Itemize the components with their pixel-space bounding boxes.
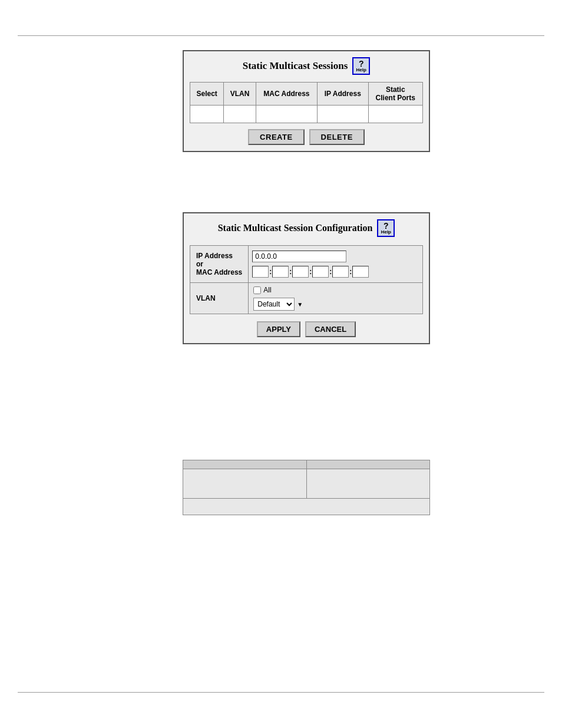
session-table-header-row: Select VLAN MAC Address IP Address Stati…	[190, 83, 423, 106]
panel1-title: Static Multicast Sessions	[243, 60, 348, 72]
ip-address-input[interactable]	[252, 251, 346, 262]
vlan-input-cell: All Default ▼	[249, 283, 423, 314]
panel1-static-multicast-sessions: Static Multicast Sessions ? Help Select …	[183, 50, 430, 152]
col-ip-address: IP Address	[318, 83, 369, 106]
mac-colon-3: :	[309, 268, 312, 276]
vlan-dropdown-arrow: ▼	[297, 301, 303, 308]
vlan-select-wrap: Default ▼	[253, 298, 418, 311]
ip-input-wrapper	[252, 251, 419, 262]
session-table-empty-row	[190, 106, 423, 123]
panel2-title: Static Multicast Session Configuration	[218, 223, 373, 233]
col-static-client-ports: StaticClient Ports	[368, 83, 422, 106]
table3-row1-b	[306, 469, 430, 499]
help-label: Help	[356, 68, 366, 73]
empty-mac-cell	[256, 106, 317, 123]
table3-col-b	[306, 460, 430, 469]
panel1-buttons: CREATE DELETE	[190, 129, 423, 145]
mac-colon-1: :	[269, 268, 272, 276]
mac-colon-2: :	[289, 268, 292, 276]
table3-row-1	[183, 469, 430, 499]
panel2-buttons: APPLY CANCEL	[190, 321, 423, 337]
mac-seg-3[interactable]	[292, 266, 309, 278]
delete-button[interactable]: DELETE	[309, 129, 365, 145]
cancel-button[interactable]: CANCEL	[305, 321, 356, 337]
top-rule	[18, 35, 544, 36]
empty-select-cell	[190, 106, 224, 123]
panel2-help-q-icon: ?	[384, 222, 389, 230]
empty-ip-cell	[318, 106, 369, 123]
ip-mac-label: IP AddressorMAC Address	[190, 246, 249, 283]
empty-ports-cell	[368, 106, 422, 123]
empty-vlan-cell	[224, 106, 256, 123]
mac-input-group: : : : : :	[252, 266, 419, 278]
table3	[183, 460, 430, 515]
panel2-header: Static Multicast Session Configuration ?…	[190, 219, 423, 237]
table3-wrapper	[183, 460, 430, 515]
bottom-rule	[18, 692, 544, 693]
vlan-select[interactable]: Default	[253, 298, 295, 311]
table3-row2-full	[183, 499, 430, 515]
mac-seg-1[interactable]	[252, 266, 269, 278]
panel2-session-configuration: Static Multicast Session Configuration ?…	[183, 212, 430, 344]
mac-colon-4: :	[329, 268, 332, 276]
mac-seg-2[interactable]	[272, 266, 289, 278]
mac-seg-6[interactable]	[352, 266, 369, 278]
panel2-help-button[interactable]: ? Help	[377, 219, 395, 237]
table3-col-a	[183, 460, 307, 469]
ip-mac-row: IP AddressorMAC Address : : :	[190, 246, 423, 283]
mac-seg-4[interactable]	[312, 266, 329, 278]
ip-mac-inputs: : : : : :	[249, 246, 423, 283]
panel2-help-label: Help	[381, 230, 391, 235]
vlan-row: VLAN All Default ▼	[190, 283, 423, 314]
apply-button[interactable]: APPLY	[257, 321, 300, 337]
col-select: Select	[190, 83, 224, 106]
col-vlan: VLAN	[224, 83, 256, 106]
mac-colon-5: :	[349, 268, 352, 276]
vlan-all-row: All	[253, 286, 418, 294]
col-mac-address: MAC Address	[256, 83, 317, 106]
page-wrapper: Static Multicast Sessions ? Help Select …	[0, 0, 562, 728]
mac-seg-5[interactable]	[332, 266, 349, 278]
session-table: Select VLAN MAC Address IP Address Stati…	[190, 82, 423, 123]
panel1-help-button[interactable]: ? Help	[352, 57, 370, 75]
vlan-all-label: All	[263, 286, 271, 294]
panel1-header: Static Multicast Sessions ? Help	[190, 57, 423, 75]
config-form: IP AddressorMAC Address : : :	[190, 245, 423, 314]
vlan-label: VLAN	[190, 283, 249, 314]
vlan-all-checkbox[interactable]	[253, 286, 261, 294]
help-q-icon: ?	[359, 60, 364, 68]
table3-row1-a	[183, 469, 307, 499]
table3-row-2	[183, 499, 430, 515]
table3-header-row	[183, 460, 430, 469]
create-button[interactable]: CREATE	[248, 129, 304, 145]
